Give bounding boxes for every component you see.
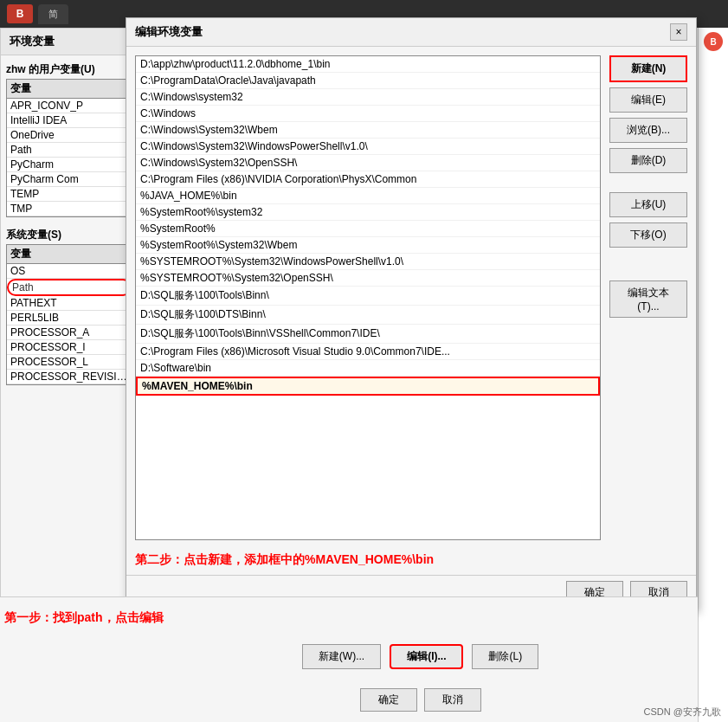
path-item-1[interactable]: D:\app\zhw\product\11.2.0\dbhome_1\bin (136, 56, 600, 73)
system-var-row[interactable]: PROCESSOR_A (7, 326, 132, 340)
user-vars-header: 变量 (7, 80, 132, 99)
blog-icon: B (704, 32, 723, 51)
step2-annotation: 第二步：点击新建，添加框中的%MAVEN_HOME%\bin (135, 549, 687, 571)
csdn-watermark: CSDN @安齐九歌 (644, 706, 721, 719)
path-item-13[interactable]: %SYSTEMROOT%\System32\WindowsPowerShell\… (136, 254, 600, 270)
path-item-2[interactable]: C:\ProgramData\Oracle\Java\javapath (136, 73, 600, 89)
path-item-12[interactable]: %SystemRoot%\System32\Wbem (136, 237, 600, 254)
user-var-row[interactable]: TMP (7, 202, 132, 216)
system-var-row-path[interactable]: Path (7, 279, 132, 296)
browser-tab[interactable]: 简 (38, 4, 68, 24)
path-list[interactable]: D:\app\zhw\product\11.2.0\dbhome_1\bin C… (135, 55, 601, 540)
bottom-new-button[interactable]: 新建(W)... (302, 644, 381, 669)
blog-sidebar: B (698, 28, 728, 722)
edit-path-button[interactable]: 编辑(E) (609, 87, 687, 113)
dialog-close-button[interactable]: × (670, 23, 687, 41)
path-item-3[interactable]: C:\Windows\system32 (136, 89, 600, 106)
user-var-row[interactable]: Path (7, 143, 132, 158)
path-item-maven[interactable]: %MAVEN_HOME%\bin (136, 377, 600, 396)
user-var-row[interactable]: PyCharm Com (7, 172, 132, 187)
bottom-footer-row: 确定 取消 (143, 688, 698, 712)
browse-path-button[interactable]: 浏览(B)... (609, 118, 687, 143)
user-vars-title: zhw 的用户变量(U) (6, 59, 132, 79)
system-vars-section: 系统变量(S) 变量 OS Path PATHEXT PERL5LIB PROC… (1, 221, 138, 389)
system-vars-table: 变量 OS Path PATHEXT PERL5LIB PROCESSOR_A … (6, 244, 132, 385)
path-item-11[interactable]: %SystemRoot% (136, 221, 600, 237)
system-vars-header: 变量 (7, 245, 132, 264)
bottom-env-area: 第一步：找到path，点击编辑 新建(W)... 编辑(I)... 删除(L) … (0, 596, 698, 722)
path-item-8[interactable]: C:\Program Files (x86)\NVIDIA Corporatio… (136, 171, 600, 188)
dialog-title: 编辑环境变量 (135, 24, 203, 40)
path-item-10[interactable]: %SystemRoot%\system32 (136, 204, 600, 221)
system-var-row[interactable]: PATHEXT (7, 296, 132, 311)
dialog-action-buttons: 新建(N) 编辑(E) 浏览(B)... 删除(D) 上移(U) 下移(O) 编… (609, 55, 687, 540)
system-var-row[interactable]: PROCESSOR_L (7, 355, 132, 370)
edit-text-button[interactable]: 编辑文本(T)... (609, 280, 687, 318)
bottom-ok-button[interactable]: 确定 (360, 688, 417, 712)
path-item-6[interactable]: C:\Windows\System32\WindowsPowerShell\v1… (136, 139, 600, 155)
env-var-bg-title: 环境变量 (1, 29, 138, 55)
user-var-row[interactable]: APR_ICONV_P (7, 99, 132, 113)
user-var-row[interactable]: IntelliJ IDEA (7, 113, 132, 128)
system-var-row[interactable]: PROCESSOR_REVISION (7, 370, 132, 384)
step2-annotation-area: 第二步：点击新建，添加框中的%MAVEN_HOME%\bin (126, 549, 696, 575)
bottom-cancel-button[interactable]: 取消 (424, 688, 481, 712)
system-vars-title: 系统变量(S) (6, 224, 132, 244)
new-path-button[interactable]: 新建(N) (609, 55, 687, 82)
system-var-row[interactable]: PROCESSOR_I (7, 340, 132, 355)
path-item-5[interactable]: C:\Windows\System32\Wbem (136, 122, 600, 139)
path-item-17[interactable]: D:\SQL服务\100\Tools\Binn\VSShell\Common7\… (136, 325, 600, 344)
system-var-row[interactable]: PERL5LIB (7, 311, 132, 326)
user-var-row[interactable]: TEMP (7, 187, 132, 202)
path-item-16[interactable]: D:\SQL服务\100\DTS\Binn\ (136, 306, 600, 325)
system-var-buttons-row: 新建(W)... 编辑(I)... 删除(L) (143, 639, 698, 674)
path-item-15[interactable]: D:\SQL服务\100\Tools\Binn\ (136, 287, 600, 306)
path-item-7[interactable]: C:\Windows\System32\OpenSSH\ (136, 155, 600, 171)
path-item-18[interactable]: C:\Program Files (x86)\Microsoft Visual … (136, 344, 600, 360)
bottom-edit-button[interactable]: 编辑(I)... (390, 644, 463, 669)
system-var-row[interactable]: OS (7, 264, 132, 279)
user-vars-table: 变量 APR_ICONV_P IntelliJ IDEA OneDrive Pa… (6, 79, 132, 217)
dialog-body: D:\app\zhw\product\11.2.0\dbhome_1\bin C… (126, 47, 696, 549)
path-item-4[interactable]: C:\Windows (136, 106, 600, 122)
bottom-delete-button[interactable]: 删除(L) (472, 644, 538, 669)
dialog-title-bar: 编辑环境变量 × (126, 18, 696, 47)
path-item-9[interactable]: %JAVA_HOME%\bin (136, 188, 600, 204)
step1-annotation: 第一步：找到path，点击编辑 (4, 610, 164, 626)
delete-path-button[interactable]: 删除(D) (609, 148, 687, 173)
path-item-19[interactable]: D:\Software\bin (136, 360, 600, 377)
path-item-14[interactable]: %SYSTEMROOT%\System32\OpenSSH\ (136, 270, 600, 287)
user-var-row[interactable]: OneDrive (7, 128, 132, 143)
user-vars-section: zhw 的用户变量(U) 变量 APR_ICONV_P IntelliJ IDE… (1, 55, 138, 221)
app-icon: B (7, 4, 33, 23)
move-down-button[interactable]: 下移(O) (609, 222, 687, 248)
user-var-row[interactable]: PyCharm (7, 158, 132, 172)
edit-env-var-dialog: 编辑环境变量 × D:\app\zhw\product\11.2.0\dbhom… (126, 17, 697, 610)
move-up-button[interactable]: 上移(U) (609, 192, 687, 217)
